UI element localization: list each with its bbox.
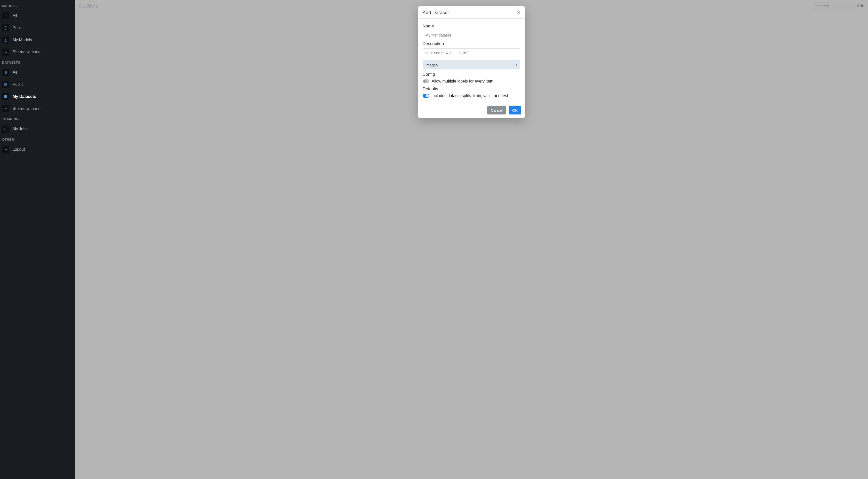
sidebar-section-datasets: DATASETS	[0, 58, 75, 66]
database-icon	[2, 93, 9, 100]
sidebar-item-my-models[interactable]: My Models	[0, 34, 75, 46]
modal-body: Name Description images ▾ Config Allow m…	[418, 19, 525, 103]
splits-toggle[interactable]	[423, 94, 429, 98]
sidebar-item-my-datasets[interactable]: My Datasets	[0, 91, 75, 103]
chevron-down-icon: ▾	[516, 63, 517, 67]
sidebar-item-label: My Jobs	[12, 127, 28, 131]
sidebar-item-my-jobs[interactable]: My Jobs	[0, 123, 75, 135]
modal-title: Add Dataset	[423, 10, 449, 15]
sidebar-item-label: Shared with me	[12, 50, 40, 54]
sidebar-item-label: Public	[12, 26, 24, 30]
sidebar-item-models-all[interactable]: All	[0, 10, 75, 22]
sidebar: MODELS All Public My Models Shared with …	[0, 0, 75, 479]
list-icon	[2, 12, 9, 20]
config-label: Config	[423, 72, 520, 77]
ok-button[interactable]: OK	[509, 106, 521, 115]
sidebar-item-label: Public	[12, 82, 24, 87]
multilabel-toggle[interactable]	[423, 79, 429, 83]
defaults-splits-row: includes dataset splits: train, valid, a…	[423, 94, 520, 98]
sidebar-item-datasets-all[interactable]: All	[0, 66, 75, 78]
terminal-icon	[2, 126, 9, 133]
globe-icon	[2, 81, 9, 88]
config-multilabel-row: Allow multiple labels for every item.	[423, 79, 520, 84]
close-icon[interactable]: ×	[517, 10, 520, 15]
sidebar-item-label: Shared with me	[12, 106, 40, 111]
type-select[interactable]: images ▾	[423, 60, 520, 69]
main-area: SeeMe.ai Add Add Dataset × Name Descript…	[75, 0, 868, 479]
sidebar-item-logout[interactable]: Logout	[0, 143, 75, 156]
sidebar-item-datasets-shared[interactable]: Shared with me	[0, 103, 75, 115]
sidebar-item-label: My Models	[12, 38, 32, 42]
add-dataset-modal: Add Dataset × Name Description images ▾ …	[418, 6, 525, 118]
logout-icon	[2, 146, 9, 153]
type-select-value: images	[426, 63, 438, 67]
defaults-label: Defaults	[423, 87, 520, 92]
description-input[interactable]	[423, 48, 520, 57]
sidebar-section-other: OTHER	[0, 135, 75, 143]
sidebar-item-models-public[interactable]: Public	[0, 22, 75, 34]
name-label: Name	[423, 24, 520, 29]
description-label: Description	[423, 41, 520, 46]
modal-footer: Cancel OK	[418, 103, 525, 118]
svg-point-8	[5, 39, 6, 40]
share-icon	[2, 49, 9, 56]
sidebar-section-training: TRAINING	[0, 115, 75, 123]
name-input[interactable]	[423, 31, 520, 39]
modal-header: Add Dataset ×	[418, 6, 525, 19]
splits-text: includes dataset splits: train, valid, a…	[432, 94, 509, 98]
share-icon	[2, 105, 9, 112]
sidebar-item-label: My Datasets	[12, 94, 36, 99]
multilabel-text: Allow multiple labels for every item.	[432, 79, 495, 84]
sidebar-section-models: MODELS	[0, 1, 75, 10]
sidebar-item-label: All	[12, 13, 17, 18]
sidebar-item-models-shared[interactable]: Shared with me	[0, 46, 75, 58]
globe-icon	[2, 24, 9, 31]
sidebar-item-datasets-public[interactable]: Public	[0, 78, 75, 91]
list-icon	[2, 69, 9, 76]
sidebar-item-label: Logout	[12, 147, 25, 152]
cancel-button[interactable]: Cancel	[487, 106, 506, 115]
user-icon	[2, 36, 9, 43]
sidebar-item-label: All	[12, 70, 17, 75]
